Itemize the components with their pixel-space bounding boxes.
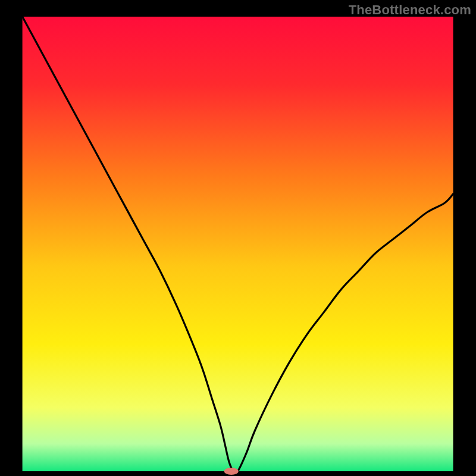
- bottleneck-plot: [0, 0, 476, 476]
- optimum-marker: [224, 468, 239, 475]
- watermark-label: TheBottleneck.com: [349, 2, 471, 18]
- chart-frame: TheBottleneck.com: [0, 0, 476, 476]
- plot-background: [23, 17, 453, 471]
